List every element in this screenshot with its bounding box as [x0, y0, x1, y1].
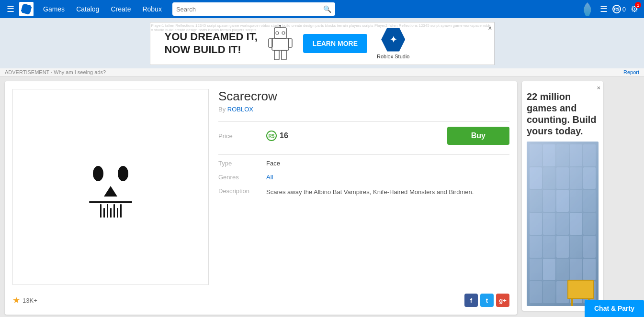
description-text: Scares away the Albino Bat Vampires, Kni… — [266, 187, 474, 197]
search-input[interactable] — [176, 6, 323, 13]
nav-right: ☰ R$ 0 ⚙ 1 — [580, 2, 640, 16]
divider-2 — [218, 154, 509, 155]
ad-headline: YOU DREAMED IT, NOW BUILD IT! — [165, 31, 258, 56]
card-body: Scarecrow By ROBLOX Price R$ 16 Buy — [12, 89, 509, 285]
mouth-horizontal-line — [89, 201, 132, 203]
face-eye-right — [118, 166, 128, 181]
right-ad-close-button[interactable]: × — [597, 84, 600, 91]
genres-row: Genres All — [218, 174, 509, 181]
mouth-tick-7 — [120, 204, 122, 218]
mouth-tick-1 — [100, 204, 102, 218]
avatar[interactable] — [580, 2, 595, 16]
googleplus-share-button[interactable]: g+ — [496, 294, 509, 307]
item-title: Scarecrow — [218, 89, 509, 104]
ad-footer-text: ADVERTISEMENT · Why am I seeing ads? — [5, 69, 106, 75]
right-ad: × 22 million games and counting. Build y… — [522, 81, 603, 311]
buy-button[interactable]: Buy — [447, 127, 509, 145]
scarecrow-face-graphic — [89, 166, 132, 218]
ad-footer: ADVERTISEMENT · Why am I seeing ads? Rep… — [0, 68, 644, 77]
ad-studio: ✦ Roblox Studio — [377, 28, 410, 59]
nav-robux[interactable]: Robux — [137, 5, 166, 13]
roblox-logo[interactable] — [19, 2, 34, 16]
mouth-ticks — [100, 204, 122, 218]
svg-rect-5 — [282, 50, 286, 60]
twitter-share-button[interactable]: t — [480, 294, 494, 307]
search-bar[interactable]: 🔍 — [172, 2, 335, 16]
mouth-tick-6 — [117, 208, 118, 218]
face-eye-left — [93, 166, 103, 181]
mouth-tick-3 — [107, 204, 108, 218]
star-icon[interactable]: ★ — [12, 295, 20, 306]
svg-point-7 — [282, 32, 285, 34]
face-eyes — [93, 166, 128, 181]
item-creator: By ROBLOX — [218, 106, 509, 113]
nav-catalog[interactable]: Catalog — [71, 5, 104, 13]
divider-1 — [218, 121, 509, 122]
favorites-count: 13K+ — [23, 297, 37, 304]
genres-link[interactable]: All — [266, 174, 273, 181]
mouth-tick-4 — [110, 208, 112, 218]
face-mouth — [89, 201, 132, 218]
ad-inner: Player1 fallen Reflections 12345 script … — [150, 22, 495, 65]
right-ad-image — [527, 142, 599, 306]
ad-studio-label: Roblox Studio — [377, 54, 410, 59]
settings-icon[interactable]: ⚙ 1 — [629, 3, 640, 15]
social-icons: f t g+ — [464, 294, 509, 307]
item-image-container — [12, 89, 209, 285]
navbar: ☰ Games Catalog Create Robux 🔍 ☰ R$ 0 ⚙ … — [0, 0, 644, 18]
search-icon[interactable]: 🔍 — [323, 5, 331, 13]
robux-count: 0 — [622, 6, 626, 13]
card-footer: ★ 13K+ f t g+ — [12, 289, 509, 307]
svg-point-9 — [279, 25, 281, 26]
svg-point-6 — [276, 32, 279, 34]
robux-coin-icon: R$ — [266, 131, 277, 141]
price-amount: 16 — [280, 131, 288, 140]
ad-content: YOU DREAMED IT, NOW BUILD IT! LEARN MORE… — [150, 25, 424, 61]
type-row: Type Face — [218, 160, 509, 167]
description-label: Description — [218, 187, 266, 195]
svg-rect-1 — [272, 38, 289, 50]
type-value: Face — [266, 160, 280, 167]
favorites-section: ★ 13K+ — [12, 295, 37, 306]
ad-close-button[interactable]: × — [488, 24, 492, 32]
facebook-share-button[interactable]: f — [464, 294, 478, 307]
genres-value: All — [266, 174, 273, 181]
right-ad-headline: 22 million games and counting. Build you… — [527, 91, 599, 137]
face-nose — [104, 186, 117, 197]
chat-icon[interactable]: ☰ — [598, 3, 610, 15]
chat-party-button[interactable]: Chat & Party — [585, 300, 644, 317]
item-details: Scarecrow By ROBLOX Price R$ 16 Buy — [218, 89, 509, 285]
ad-report-link[interactable]: Report — [623, 69, 639, 75]
genres-label: Genres — [218, 174, 266, 181]
type-label: Type — [218, 160, 266, 167]
hamburger-menu[interactable]: ☰ — [4, 2, 17, 16]
ad-robot-icon — [267, 25, 294, 61]
main-card: Scarecrow By ROBLOX Price R$ 16 Buy — [5, 81, 517, 315]
robux-icon: R$ — [612, 5, 621, 13]
nav-create[interactable]: Create — [106, 5, 136, 13]
ad-banner: Player1 fallen Reflections 12345 script … — [0, 18, 644, 68]
price-info: R$ 16 — [266, 131, 433, 141]
description-row: Description Scares away the Albino Bat V… — [218, 187, 509, 197]
content-area: Scarecrow By ROBLOX Price R$ 16 Buy — [0, 77, 644, 317]
nav-games[interactable]: Games — [38, 5, 69, 13]
mouth-tick-2 — [103, 208, 105, 218]
price-label: Price — [218, 132, 266, 140]
mouth-tick-5 — [113, 204, 115, 218]
learn-more-button[interactable]: LEARN MORE — [303, 34, 367, 53]
creator-link[interactable]: ROBLOX — [227, 106, 253, 113]
price-row: Price R$ 16 Buy — [218, 127, 509, 145]
svg-rect-4 — [274, 50, 279, 60]
svg-rect-0 — [274, 28, 286, 38]
robux-display[interactable]: R$ 0 — [612, 5, 626, 13]
settings-badge: 1 — [635, 2, 641, 8]
